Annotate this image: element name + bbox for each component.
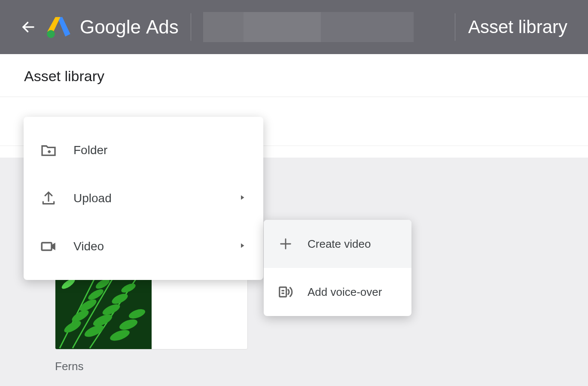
menu-item-folder[interactable]: Folder bbox=[24, 126, 263, 174]
header-blank-segment bbox=[321, 12, 414, 42]
svg-rect-26 bbox=[280, 287, 286, 297]
submenu-item-add-voiceover[interactable]: Add voice-over bbox=[264, 268, 411, 316]
menu-item-label: Video bbox=[73, 240, 104, 253]
chevron-right-icon bbox=[238, 194, 246, 203]
voiceover-icon bbox=[277, 283, 295, 301]
submenu-item-create-video[interactable]: Create video bbox=[264, 220, 411, 268]
page-subheader: Asset library bbox=[0, 54, 588, 97]
svg-point-1 bbox=[47, 30, 55, 38]
page-title: Asset library bbox=[24, 68, 564, 85]
video-submenu: Create video Add voice-over bbox=[264, 220, 411, 316]
header-blank-segment bbox=[244, 12, 321, 42]
plus-icon bbox=[277, 235, 295, 253]
back-arrow-button[interactable] bbox=[21, 19, 36, 35]
header-divider bbox=[191, 13, 191, 41]
folder-add-icon bbox=[39, 141, 58, 160]
svg-rect-23 bbox=[42, 243, 52, 250]
video-camera-icon bbox=[39, 237, 58, 256]
asset-label: Ferns bbox=[55, 360, 248, 373]
menu-item-upload[interactable]: Upload bbox=[24, 174, 263, 222]
menu-item-video[interactable]: Video bbox=[24, 222, 263, 271]
brand-google: Google bbox=[80, 16, 141, 38]
brand-text: Google Ads bbox=[80, 16, 179, 38]
header-account-selector[interactable] bbox=[203, 12, 414, 42]
header-section-title: Asset library bbox=[468, 17, 567, 37]
app-header: Google Ads Asset library bbox=[0, 0, 588, 54]
brand-ads: Ads bbox=[146, 16, 179, 38]
header-blank-segment bbox=[203, 12, 244, 42]
menu-item-label: Folder bbox=[73, 143, 107, 157]
arrow-left-icon bbox=[21, 19, 36, 35]
header-divider bbox=[455, 13, 455, 41]
upload-icon bbox=[39, 189, 58, 208]
google-ads-logo-icon bbox=[46, 15, 71, 40]
submenu-item-label: Add voice-over bbox=[308, 286, 382, 299]
chevron-right-icon bbox=[238, 242, 246, 251]
create-menu: Folder Upload Video bbox=[24, 117, 263, 280]
submenu-item-label: Create video bbox=[308, 237, 371, 251]
menu-item-label: Upload bbox=[73, 191, 112, 205]
